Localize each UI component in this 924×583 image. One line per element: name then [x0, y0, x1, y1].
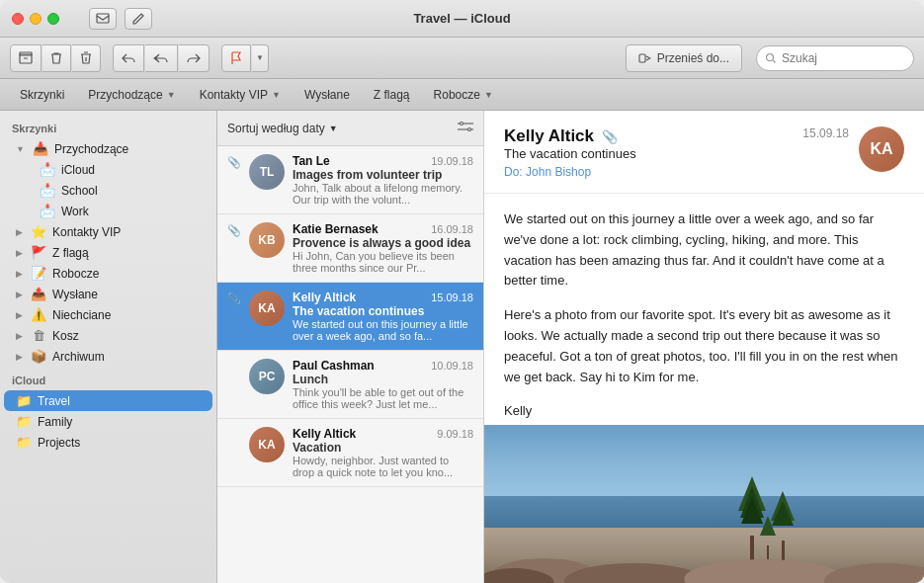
chevron-right-icon: ▶	[16, 227, 23, 237]
message-content: Tan Le 19.09.18 Images from volunteer tr…	[293, 154, 473, 206]
message-preview: Think you'll be able to get out of the o…	[293, 386, 473, 410]
reply-all-button[interactable]	[145, 44, 178, 72]
chevron-right-icon: ▶	[16, 352, 23, 362]
compose-icon-btn[interactable]	[125, 8, 152, 30]
traffic-lights	[12, 13, 59, 25]
sent-icon: 📤	[31, 287, 46, 301]
titlebar: Travel — iCloud	[0, 0, 924, 38]
envelope-icon: 📩	[40, 183, 55, 198]
avatar: KA	[859, 126, 904, 172]
email-header: Kelly Altick 📎 The vacation continues Do…	[484, 111, 924, 194]
scene-foreground	[484, 524, 924, 583]
message-sender: Paul Cashman	[293, 359, 375, 373]
archive-icon: 📦	[31, 349, 46, 364]
list-item[interactable]: 📎 KA Kelly Altick 15.09.18 The vacation …	[217, 283, 483, 351]
zoom-button[interactable]	[47, 13, 59, 25]
tabsbar: Skrzynki Przychodzące ▼ Kontakty VIP ▼ W…	[0, 79, 924, 111]
sidebar-item-wyslane[interactable]: ▶ 📤 Wysłane	[4, 284, 212, 304]
tab-flag[interactable]: Z flagą	[364, 83, 420, 107]
flag-button[interactable]	[221, 44, 251, 72]
chevron-down-icon: ▼	[484, 90, 493, 100]
tab-wyslane[interactable]: Wysłane	[294, 83, 360, 107]
sidebar-item-projects[interactable]: 📁 Projects	[4, 432, 212, 453]
flag-dropdown[interactable]: ▼	[252, 44, 269, 72]
message-date: 19.09.18	[431, 155, 473, 167]
forward-button[interactable]	[179, 44, 210, 72]
svg-point-5	[461, 123, 463, 125]
sidebar-item-przychodzace[interactable]: ▼ 📥 Przychodzące	[4, 138, 212, 159]
reply-button[interactable]	[113, 44, 144, 72]
junk-button[interactable]	[72, 44, 101, 72]
list-item[interactable]: 📎 TL Tan Le 19.09.18 Images from volunte…	[217, 146, 483, 214]
flag-group: ▼	[221, 44, 269, 72]
sort-button[interactable]: Sortuj według daty ▼	[227, 122, 338, 135]
message-content: Kelly Altick 9.09.18 Vacation Howdy, nei…	[293, 427, 473, 478]
attachment-icon: 📎	[227, 224, 241, 237]
message-items: 📎 TL Tan Le 19.09.18 Images from volunte…	[217, 146, 483, 583]
chevron-down-icon: ▼	[329, 124, 338, 133]
move-to-button[interactable]: Przenieś do...	[626, 44, 742, 72]
list-item[interactable]: 📎 KB Katie Bernasek 16.09.18 Provence is…	[217, 214, 483, 283]
avatar: KA	[249, 291, 285, 326]
list-item[interactable]: 📎 PC Paul Cashman 10.09.18 Lunch Think y…	[217, 351, 483, 419]
svg-point-4	[767, 53, 774, 60]
envelope-icon: 📩	[40, 204, 55, 218]
email-date: 15.09.18	[802, 126, 849, 140]
message-subject: Images from volunteer trip	[293, 168, 473, 182]
sidebar-item-icloud[interactable]: 📩 iCloud	[4, 159, 212, 180]
inbox-icon: 📥	[33, 141, 48, 156]
sidebar-item-work[interactable]: 📩 Work	[4, 201, 212, 221]
flag-icon: 🚩	[31, 245, 46, 260]
message-content: Katie Bernasek 16.09.18 Provence is alwa…	[293, 222, 473, 274]
email-body-paragraph: Here's a photo from our favorite spot. I…	[504, 305, 904, 387]
sidebar-item-niechciane[interactable]: ▶ ⚠️ Niechciane	[4, 304, 212, 325]
sidebar-item-archiwum[interactable]: ▶ 📦 Archiwum	[4, 346, 212, 367]
chevron-down-icon: ▼	[167, 90, 176, 100]
sidebar-item-kosz[interactable]: ▶ 🗑 Kosz	[4, 325, 212, 346]
svg-rect-3	[639, 54, 645, 62]
avatar: PC	[249, 359, 285, 394]
message-date: 15.09.18	[431, 292, 473, 303]
sidebar-item-vip[interactable]: ▶ ⭐ Kontakty VIP	[4, 221, 212, 242]
attachment-icon: 📎	[227, 292, 241, 305]
archive-button[interactable]	[10, 44, 42, 72]
message-subject: Lunch	[293, 373, 473, 386]
message-sender: Katie Bernasek	[293, 222, 378, 236]
message-content: Kelly Altick 15.09.18 The vacation conti…	[293, 291, 473, 342]
folder-icon: 📁	[16, 414, 32, 429]
tab-przychodzace[interactable]: Przychodzące ▼	[78, 83, 185, 107]
sidebar-item-robocze[interactable]: ▶ 📝 Robocze	[4, 263, 212, 284]
star-icon: ⭐	[31, 224, 46, 239]
message-list-header: Sortuj według daty ▼	[217, 111, 483, 146]
delete-button[interactable]	[42, 44, 71, 72]
chevron-right-icon: ▶	[16, 310, 23, 320]
svg-point-22	[684, 559, 844, 583]
mailbox-icon-btn[interactable]	[89, 8, 117, 30]
spam-icon: ⚠️	[31, 307, 46, 322]
close-button[interactable]	[12, 13, 24, 25]
sidebar-item-flag[interactable]: ▶ 🚩 Z flagą	[4, 242, 212, 263]
message-subject: The vacation continues	[293, 304, 473, 318]
sidebar-item-school[interactable]: 📩 School	[4, 180, 212, 201]
message-preview: Hi John, Can you believe its been three …	[293, 250, 473, 274]
message-date: 10.09.18	[431, 360, 473, 372]
message-content: Paul Cashman 10.09.18 Lunch Think you'll…	[293, 359, 473, 410]
filter-icon[interactable]	[458, 120, 473, 136]
list-item[interactable]: 📎 KA Kelly Altick 9.09.18 Vacation Howdy…	[217, 419, 483, 487]
sidebar-item-travel[interactable]: 📁 Travel	[4, 390, 212, 411]
draft-icon: 📝	[31, 266, 46, 281]
chevron-right-icon: ▶	[16, 290, 23, 299]
message-list: Sortuj według daty ▼ 📎 TL Tan Le 19.09.1…	[217, 111, 484, 583]
tab-vip[interactable]: Kontakty VIP ▼	[190, 83, 291, 107]
toolbar: ▼ Przenieś do...	[0, 38, 924, 79]
sidebar-item-family[interactable]: 📁 Family	[4, 411, 212, 432]
message-preview: Howdy, neighbor. Just wanted to drop a q…	[293, 455, 473, 478]
tab-skrzynki[interactable]: Skrzynki	[10, 83, 74, 107]
reply-group	[113, 44, 210, 72]
tab-robocze[interactable]: Robocze ▼	[424, 83, 503, 107]
message-sender: Kelly Altick	[293, 291, 356, 304]
search-input[interactable]	[782, 51, 900, 65]
attachment-icon: 📎	[602, 129, 618, 144]
message-preview: John, Talk about a lifelong memory. Our …	[293, 182, 473, 206]
minimize-button[interactable]	[30, 13, 42, 25]
